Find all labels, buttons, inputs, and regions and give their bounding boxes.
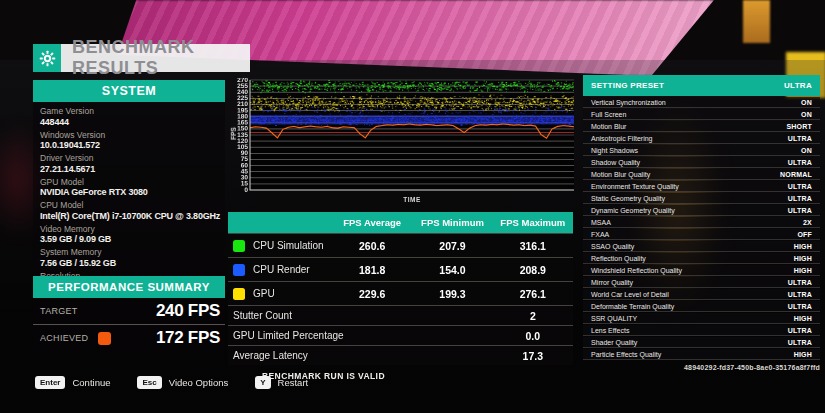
setting-value: ULTRA [788,135,812,142]
table-row-gpu-limited: GPU Limited Percentage 0.0 [228,325,573,345]
cpu-simulation-min: 207.9 [412,240,492,252]
setting-row: Deformable Terrain Quality ULTRA [583,301,820,312]
setting-label: Reflection Quality [591,255,646,262]
row-label: Average Latency [228,350,493,361]
setting-value: ULTRA [788,291,812,298]
setting-row: Lens Effects ULTRA [583,325,820,336]
continue-button[interactable]: Enter Continue [35,376,110,389]
table-row-cpu-simulation: CPU Simulation 260.6 207.9 316.1 [228,233,573,257]
setting-value: ULTRA [788,303,812,310]
achieved-value: 172 FPS [156,328,220,348]
setting-row: World Car Level of Detail ULTRA [583,289,820,300]
cpu-simulation-avg: 260.6 [332,240,412,252]
table-row-stutter-count: Stutter Count 2 [228,305,573,325]
setting-preset-header: SETTING PRESET ULTRA [583,75,820,96]
setting-label: Vertical Synchronization [591,99,666,106]
setting-row: Shadow Quality ULTRA [583,157,820,168]
gear-icon [33,44,61,72]
video-options-button[interactable]: Esc Video Options [137,376,228,389]
cpu-render-max: 208.9 [493,264,573,276]
restart-button[interactable]: Y Restart [255,376,308,389]
table-row-gpu: GPU 229.6 199.3 276.1 [228,281,573,305]
restart-label: Restart [278,377,309,388]
column-fps-average: FPS Average [332,217,412,228]
setting-label: SSAO Quality [591,243,634,250]
gpu-avg: 229.6 [332,288,412,300]
setting-label: Particle Effects Quality [591,351,661,358]
system-field-label: System Memory [40,248,225,258]
system-field: Video Memory 3.59 GB / 9.09 GB [40,225,225,245]
achieved-label: ACHIEVED [40,333,88,343]
setting-label: Dynamic Geometry Quality [591,207,675,214]
setting-label: MSAA [591,219,611,226]
system-panel-header: SYSTEM [33,80,225,102]
cpu-render-swatch [233,264,245,276]
setting-value: ON [801,111,812,118]
system-field-value: 10.0.19041.572 [40,140,225,151]
enter-keycap: Enter [35,376,65,389]
setting-value: HIGH [794,351,812,358]
setting-row: Motion Blur Quality NORMAL [583,169,820,180]
setting-row: Dynamic Geometry Quality ULTRA [583,205,820,216]
target-row: TARGET 240 FPS [33,298,225,324]
cpu-render-avg: 181.8 [332,264,412,276]
setting-label: Motion Blur Quality [591,171,650,178]
row-label: Stutter Count [228,310,493,321]
setting-value: ON [801,147,812,154]
continue-label: Continue [72,377,110,388]
setting-value: ULTRA [788,183,812,190]
stutter-count-value: 2 [493,310,573,322]
setting-row: MSAA 2X [583,217,820,228]
esc-keycap: Esc [137,376,161,389]
benchmark-run-guid: 48940292-fd37-450b-8ae0-35176a8f7ffd [583,364,820,371]
system-field-value: 27.21.14.5671 [40,164,225,175]
average-latency-value: 17.3 [493,350,573,362]
achieved-status-swatch [98,332,111,345]
setting-preset-label: SETTING PRESET [591,81,664,90]
cpu-simulation-max: 316.1 [493,240,573,252]
setting-label: Night Shadows [591,147,638,154]
setting-label: Windshield Reflection Quality [591,267,682,274]
setting-value: ULTRA [788,195,812,202]
setting-label: Mirror Quality [591,279,633,286]
setting-label: Motion Blur [591,123,626,130]
setting-label: Shadow Quality [591,159,640,166]
chart-y-axis-label: FPS [230,127,237,140]
system-field: Windows Version 10.0.19041.572 [40,131,225,151]
target-value: 240 FPS [156,301,220,321]
system-field: CPU Model Intel(R) Core(TM) i7-10700K CP… [40,201,225,221]
gpu-swatch [233,288,245,300]
page-header: BENCHMARK RESULTS [61,44,250,72]
chart-canvas [228,78,574,206]
setting-value: OFF [797,231,812,238]
setting-row: SSAO Quality HIGH [583,241,820,252]
y-keycap: Y [255,376,270,389]
results-table-header: FPS Average FPS Minimum FPS Maximum [228,212,573,233]
performance-summary-header: PERFORMANCE SUMMARY [33,276,225,298]
setting-row: Anisotropic Filtering ULTRA [583,133,820,144]
chart-x-axis-label: TIME [250,196,574,203]
setting-value: SHORT [787,123,813,130]
setting-row: Particle Effects Quality HIGH [583,349,820,360]
setting-value: ULTRA [788,339,812,346]
row-label: GPU Limited Percentage [228,330,493,341]
setting-label: Lens Effects [591,327,629,334]
setting-value: 2X [803,219,812,226]
setting-label: Full Screen [591,111,626,118]
system-field-label: Windows Version [40,131,225,141]
setting-row: Motion Blur SHORT [583,121,820,132]
benchmark-valid-status: BENCHMARK RUN IS VALID [262,371,573,381]
setting-row: Mirror Quality ULTRA [583,277,820,288]
setting-row: Full Screen ON [583,109,820,120]
setting-row: Environment Texture Quality ULTRA [583,181,820,192]
setting-value: ULTRA [788,159,812,166]
video-options-label: Video Options [169,377,229,388]
system-field-label: Driver Version [40,154,225,164]
page-title: BENCHMARK RESULTS [72,37,250,79]
row-label: GPU [253,288,275,299]
system-field-label: Video Memory [40,225,225,235]
row-label: CPU Render [253,264,310,275]
system-field: Driver Version 27.21.14.5671 [40,154,225,174]
system-field-label: Game Version [40,107,225,117]
background-orange-block [743,0,770,43]
